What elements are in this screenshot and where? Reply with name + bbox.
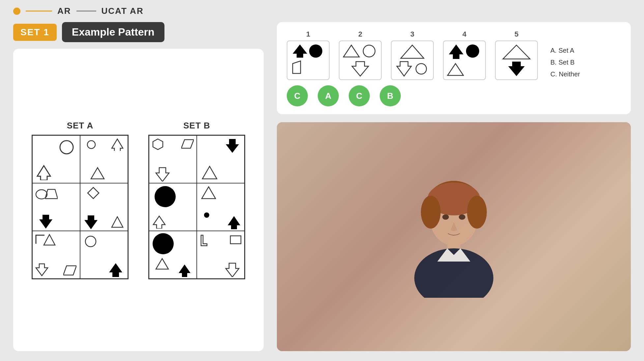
answer-labels: A. Set A B. Set B C. Neither bbox=[550, 44, 580, 80]
svg-point-14 bbox=[85, 236, 96, 247]
q3-box bbox=[391, 41, 434, 80]
svg-marker-3 bbox=[112, 139, 123, 151]
ar-label: AR bbox=[57, 6, 71, 16]
set-b-section: SET B bbox=[148, 121, 245, 279]
svg-marker-37 bbox=[401, 45, 424, 58]
question-4-col: 4 bbox=[443, 30, 486, 80]
q2-box bbox=[339, 41, 382, 80]
svg-marker-36 bbox=[352, 62, 368, 76]
svg-point-32 bbox=[309, 44, 322, 58]
set-a-cell-3-2 bbox=[80, 231, 128, 279]
set-badge: SET 1 bbox=[13, 24, 57, 41]
q1-box bbox=[287, 41, 330, 80]
set-a-section: SET A bbox=[32, 121, 129, 279]
set-b-cell-3-2 bbox=[197, 231, 245, 279]
top-bar: AR UCAT AR bbox=[0, 0, 644, 22]
sets-row: SET A bbox=[32, 121, 245, 279]
set-a-cell-2-1 bbox=[32, 183, 80, 231]
svg-marker-42 bbox=[448, 64, 463, 75]
sets-container: SET A bbox=[13, 49, 264, 351]
answer-option-a: A. Set A bbox=[550, 44, 580, 56]
q2-number: 2 bbox=[358, 30, 362, 39]
set-b-grid bbox=[148, 135, 245, 279]
svg-marker-44 bbox=[508, 62, 525, 76]
svg-marker-38 bbox=[397, 62, 411, 76]
question-3-col: 3 bbox=[391, 30, 434, 80]
svg-marker-22 bbox=[153, 216, 165, 229]
question-1-col: 1 bbox=[287, 30, 330, 80]
svg-marker-30 bbox=[226, 263, 239, 277]
svg-marker-33 bbox=[293, 61, 301, 73]
left-panel: SET 1 Example Pattern SET A bbox=[13, 22, 264, 351]
answer-2[interactable]: A bbox=[318, 85, 339, 106]
svg-marker-9 bbox=[84, 215, 98, 229]
answer-option-c: C. Neither bbox=[550, 68, 580, 80]
set-a-cell-1-1 bbox=[32, 135, 80, 183]
set-b-cell-1-2 bbox=[197, 135, 245, 183]
svg-marker-17 bbox=[181, 140, 194, 148]
q5-number: 5 bbox=[514, 30, 518, 39]
answer-4[interactable]: B bbox=[380, 85, 401, 106]
svg-point-21 bbox=[155, 186, 176, 207]
answer-option-b: B. Set B bbox=[550, 56, 580, 68]
title-row: SET 1 Example Pattern bbox=[13, 22, 264, 42]
svg-marker-7 bbox=[39, 215, 52, 229]
answers-row: C A C B bbox=[287, 85, 621, 106]
svg-marker-27 bbox=[156, 259, 168, 269]
set-a-cell-3-1 bbox=[32, 231, 80, 279]
set-b-cell-2-1 bbox=[149, 183, 197, 231]
svg-marker-15 bbox=[109, 263, 122, 277]
gray-line bbox=[76, 11, 96, 12]
set-a-cell-1-2 bbox=[80, 135, 128, 183]
set-a-cell-2-2 bbox=[80, 183, 128, 231]
svg-point-0 bbox=[60, 141, 73, 154]
svg-point-41 bbox=[466, 44, 479, 58]
q3-number: 3 bbox=[410, 30, 414, 39]
main-content: SET 1 Example Pattern SET A bbox=[0, 22, 644, 361]
svg-marker-10 bbox=[112, 217, 123, 227]
svg-marker-43 bbox=[503, 45, 530, 59]
svg-marker-8 bbox=[88, 187, 99, 199]
q1-number: 1 bbox=[306, 30, 310, 39]
example-pattern-title: Example Pattern bbox=[62, 22, 164, 42]
svg-point-24 bbox=[204, 212, 209, 218]
svg-point-49 bbox=[467, 196, 487, 229]
set-a-label: SET A bbox=[67, 121, 94, 131]
q5-box bbox=[495, 41, 538, 80]
svg-marker-18 bbox=[156, 168, 169, 181]
video-panel bbox=[277, 122, 631, 351]
svg-rect-29 bbox=[230, 236, 241, 244]
svg-point-2 bbox=[87, 141, 95, 149]
svg-marker-31 bbox=[293, 44, 307, 58]
svg-point-50 bbox=[442, 214, 449, 220]
svg-marker-4 bbox=[91, 168, 104, 179]
answer-3[interactable]: C bbox=[349, 85, 370, 106]
svg-marker-11 bbox=[44, 235, 55, 245]
orange-line bbox=[26, 11, 52, 12]
svg-marker-13 bbox=[63, 266, 76, 275]
set-b-label: SET B bbox=[183, 121, 210, 131]
q4-number: 4 bbox=[462, 30, 466, 39]
svg-point-39 bbox=[416, 64, 426, 74]
orange-dot bbox=[13, 8, 20, 15]
svg-marker-23 bbox=[202, 187, 216, 199]
set-b-cell-2-2 bbox=[197, 183, 245, 231]
question-5-col: 5 bbox=[495, 30, 538, 80]
svg-point-35 bbox=[363, 45, 375, 57]
svg-marker-6 bbox=[45, 189, 58, 199]
svg-marker-34 bbox=[343, 45, 359, 57]
svg-point-26 bbox=[153, 233, 174, 254]
svg-marker-25 bbox=[228, 216, 240, 229]
set-a-grid bbox=[32, 135, 129, 279]
set-b-cell-3-1 bbox=[149, 231, 197, 279]
question-panel: 1 2 bbox=[277, 22, 631, 114]
right-panel: 1 2 bbox=[277, 22, 631, 351]
answer-1[interactable]: C bbox=[287, 85, 308, 106]
question-2-col: 2 bbox=[339, 30, 382, 80]
video-placeholder bbox=[277, 122, 631, 351]
svg-point-51 bbox=[459, 214, 465, 220]
svg-point-48 bbox=[421, 196, 441, 229]
q4-box bbox=[443, 41, 486, 80]
set-b-cell-1-1 bbox=[149, 135, 197, 183]
svg-marker-16 bbox=[153, 139, 163, 150]
